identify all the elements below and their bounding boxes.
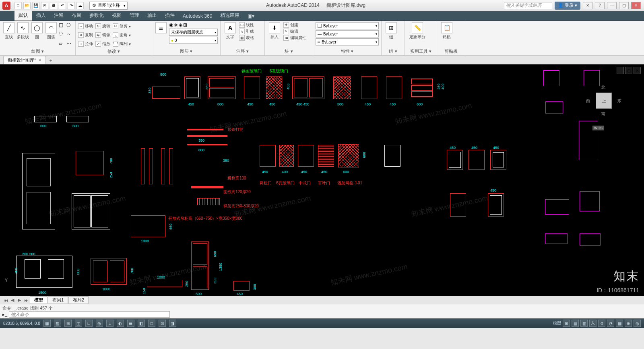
stretch-button[interactable]: ↔拉伸 xyxy=(78,40,93,48)
viewcube-wcs[interactable]: WCS xyxy=(592,126,604,130)
status-sc-icon[interactable]: ◨ xyxy=(169,320,176,327)
dimension-button[interactable]: ⟷线性 xyxy=(239,22,254,28)
tab-nav-first-icon[interactable]: ⏮ xyxy=(2,298,9,303)
table-button[interactable]: ▦表格 xyxy=(239,35,254,41)
layer-freeze-icon[interactable]: ※ xyxy=(174,22,178,28)
viewcube-east[interactable]: 东 xyxy=(617,98,621,104)
insert-block-button[interactable]: ⬇插入 xyxy=(267,22,282,48)
layer-current-dropdown[interactable]: ● 0 xyxy=(169,37,218,44)
status-workspace-icon[interactable]: ⚙ xyxy=(598,320,605,327)
file-tab-active[interactable]: 橱柜设计图库* ✕ xyxy=(3,56,46,64)
polyline-button[interactable]: ∿多段线 xyxy=(17,22,29,48)
layer-state-dropdown[interactable]: 未保存的图层状态 xyxy=(169,29,218,36)
panel-utils-title[interactable]: 实用工具 ▾ xyxy=(407,48,434,55)
fillet-button[interactable]: ◟圆角▾ xyxy=(113,31,131,39)
close-tab-icon[interactable]: ✕ xyxy=(38,58,41,62)
panel-modify-title[interactable]: 修改 ▾ xyxy=(78,48,149,55)
linetype-dropdown[interactable]: —ByLayer xyxy=(316,30,379,37)
qat-saveas-icon[interactable]: ⎘ xyxy=(41,2,48,9)
status-annotation-icon[interactable]: 人 xyxy=(589,320,597,327)
qat-plot-icon[interactable]: 🖶 xyxy=(50,2,57,9)
window-maximize-button[interactable]: ▢ xyxy=(619,2,629,9)
status-annoscale-icon[interactable]: ▥ xyxy=(580,320,588,327)
status-lock-icon[interactable]: ◔ xyxy=(607,320,614,327)
status-quickview-icon[interactable]: ▤ xyxy=(572,320,579,327)
panel-props-title[interactable]: 特性 ▾ xyxy=(316,48,379,55)
status-qp-icon[interactable]: ⊡ xyxy=(159,320,166,327)
polygon-icon[interactable]: ⬡ xyxy=(66,22,73,29)
qat-undo-icon[interactable]: ↶ xyxy=(59,2,66,9)
status-layout-icon[interactable]: ⊞ xyxy=(563,320,570,327)
layer-match-icon[interactable]: ⊞ xyxy=(183,22,187,28)
window-minimize-button[interactable]: — xyxy=(607,2,617,9)
mirror-button[interactable]: ⇋镜像 xyxy=(95,31,110,39)
panel-draw-title[interactable]: 绘图 ▾ xyxy=(2,48,73,55)
new-tab-button[interactable]: ＋ xyxy=(47,57,55,64)
tab-expand-icon[interactable]: ▣▾ xyxy=(244,12,258,21)
qat-open-icon[interactable]: 📂 xyxy=(23,2,31,9)
qat-save-icon[interactable]: 💾 xyxy=(32,2,39,9)
viewport-minimize-icon[interactable]: — xyxy=(617,67,624,74)
status-clean-icon[interactable]: ◎ xyxy=(634,320,641,327)
tab-featured[interactable]: 精选应用 xyxy=(216,10,244,21)
status-otrack-icon[interactable]: ⟂ xyxy=(106,320,114,327)
tab-insert[interactable]: 插入 xyxy=(32,10,50,21)
viewport-maximize-icon[interactable]: ▢ xyxy=(625,67,632,74)
help-search-input[interactable]: 键入关键字或短语 xyxy=(504,2,552,9)
status-3dosnap-icon[interactable]: ◎ xyxy=(96,320,103,327)
viewcube-west[interactable]: 西 xyxy=(586,98,590,104)
viewcube-north[interactable]: 北 xyxy=(601,85,605,90)
tab-layout2[interactable]: 布局2 xyxy=(68,296,89,304)
create-block-button[interactable]: ✚创建 xyxy=(283,22,306,28)
exchange-icon[interactable]: ✕ xyxy=(583,2,592,9)
status-dyn-icon[interactable]: ☰ xyxy=(127,320,134,327)
qat-redo-icon[interactable]: ↷ xyxy=(68,2,75,9)
status-isolate-icon[interactable]: ⊕ xyxy=(625,320,632,327)
tab-layout1[interactable]: 布局1 xyxy=(48,296,68,304)
measure-button[interactable]: 📏定距等分 xyxy=(407,22,427,48)
status-lwt-icon[interactable]: ◧ xyxy=(138,320,145,327)
paste-button[interactable]: 📋粘贴 xyxy=(440,22,454,48)
layer-properties-button[interactable]: ≣ xyxy=(155,22,167,44)
panel-block-title[interactable]: 块 ▾ xyxy=(267,48,310,55)
status-snap-icon[interactable]: ▦ xyxy=(43,320,51,327)
hatch-icon[interactable]: ▱ xyxy=(59,41,65,48)
status-ducs-icon[interactable]: ◐ xyxy=(117,320,124,327)
tab-nav-next-icon[interactable]: ▶ xyxy=(16,297,23,303)
viewcube-south[interactable]: 南 xyxy=(601,111,605,117)
group-button[interactable]: ⊞组 xyxy=(384,22,398,48)
tab-default[interactable]: 默认 xyxy=(14,10,32,21)
tab-addins[interactable]: 插件 xyxy=(161,10,179,21)
command-input[interactable] xyxy=(9,311,170,318)
tab-manage[interactable]: 管理 xyxy=(126,10,143,21)
status-grid-icon[interactable]: ▨ xyxy=(54,320,61,327)
tab-nav-prev-icon[interactable]: ◀ xyxy=(9,297,16,303)
layer-off-icon[interactable]: ◉ xyxy=(169,22,173,28)
panel-layers-title[interactable]: 图层 ▾ xyxy=(155,48,218,55)
tab-parametric[interactable]: 参数化 xyxy=(85,10,108,21)
trim-button[interactable]: ✂修剪▾ xyxy=(113,22,131,30)
status-ortho-icon[interactable]: ⊞ xyxy=(64,320,72,327)
array-button[interactable]: ⋮⋮阵列▾ xyxy=(113,40,131,48)
tab-layout[interactable]: 布局 xyxy=(68,10,85,21)
help-icon[interactable]: ? xyxy=(595,2,605,9)
workspace-dropdown[interactable]: ⚙ 草图与注释 xyxy=(89,2,128,10)
tab-output[interactable]: 输出 xyxy=(143,10,161,21)
tab-a360[interactable]: Autodesk 360 xyxy=(179,12,216,21)
move-button[interactable]: ↔移动 xyxy=(78,22,93,30)
status-polar-icon[interactable]: ◫ xyxy=(75,320,82,327)
ellipse-icon[interactable]: ◌ xyxy=(59,31,65,39)
rotate-button[interactable]: ↻旋转 xyxy=(95,22,110,30)
tab-view[interactable]: 视图 xyxy=(108,10,126,21)
viewport-close-icon[interactable]: ✕ xyxy=(634,67,641,74)
app-logo[interactable]: A xyxy=(2,2,10,10)
tab-model[interactable]: 模型 xyxy=(30,296,47,304)
qat-cloud-icon[interactable]: ☁ xyxy=(76,2,84,9)
viewcube[interactable]: 上 北 南 东 西 WCS xyxy=(588,85,620,117)
viewcube-face[interactable]: 上 xyxy=(596,93,612,109)
lineweight-dropdown[interactable]: ━ByLayer xyxy=(316,38,379,45)
status-tpy-icon[interactable]: □ xyxy=(148,320,155,327)
drawing-canvas[interactable]: 知未网 www.znzmo.com 知未网 www.znzmo.com 知未网 … xyxy=(0,64,644,296)
status-osnap-icon[interactable]: ∟ xyxy=(85,320,93,327)
panel-annot-title[interactable]: 注释 ▾ xyxy=(223,48,262,55)
